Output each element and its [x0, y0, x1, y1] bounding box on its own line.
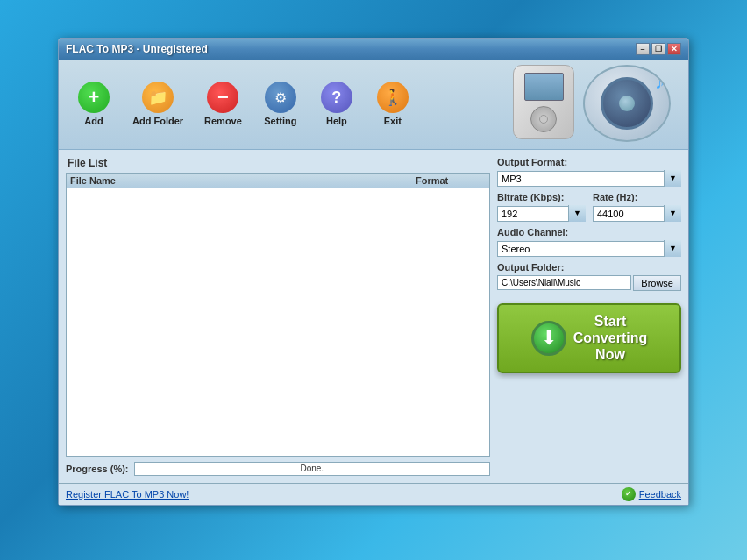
file-list-panel: File List File Name Format Progress (%):…: [66, 157, 490, 476]
remove-button[interactable]: − Remove: [196, 78, 251, 130]
audio-channel-group: Audio Channel: Stereo Mono ▼: [497, 227, 681, 257]
ipod-wheel: [530, 106, 557, 132]
ipod-graphic: [513, 65, 583, 144]
window-title: FLAC To MP3 - Unregistered: [66, 43, 208, 55]
convert-button-text: StartConvertingNow: [573, 313, 647, 364]
progress-label: Progress (%):: [66, 464, 129, 474]
output-format-group: Output Format: MP3 WAV OGG AAC WMA ▼: [497, 157, 681, 187]
register-link[interactable]: Register FLAC To MP3 Now!: [66, 489, 189, 500]
ipod-screen: [524, 73, 564, 101]
settings-panel: Output Format: MP3 WAV OGG AAC WMA ▼ Bit…: [497, 157, 681, 476]
output-format-label: Output Format:: [497, 157, 681, 167]
file-list-title: File List: [66, 157, 490, 169]
feedback-area[interactable]: ✓ Feedback: [622, 487, 681, 501]
toolbar-graphics: ♪: [513, 65, 679, 144]
remove-label: Remove: [204, 116, 242, 126]
progress-row: Progress (%): Done.: [66, 462, 490, 476]
remove-icon: −: [207, 82, 238, 113]
output-folder-group: Output Folder: Browse: [497, 262, 681, 291]
exit-label: Exit: [384, 116, 402, 126]
audio-channel-select[interactable]: Stereo Mono: [497, 241, 681, 257]
add-button[interactable]: + Add: [68, 78, 120, 130]
bitrate-rate-row: Bitrate (Kbps): 64 128 192 256 320 ▼ Rat…: [497, 192, 681, 222]
add-folder-icon: 📁: [142, 82, 174, 113]
add-folder-button[interactable]: 📁 Add Folder: [124, 78, 192, 130]
rate-select[interactable]: 22050 44100 48000: [593, 206, 681, 222]
speaker-center: [619, 96, 635, 111]
rate-group: Rate (Hz): 22050 44100 48000 ▼: [593, 192, 681, 222]
toolbar: + Add 📁 Add Folder − Remove ⚙ Setting ? …: [59, 60, 688, 150]
progress-bar: Done.: [134, 462, 490, 476]
main-window: FLAC To MP3 - Unregistered – ❐ ✕ + Add 📁…: [58, 38, 689, 506]
output-folder-label: Output Folder:: [497, 262, 681, 273]
add-icon: +: [78, 82, 110, 113]
bitrate-wrapper: 64 128 192 256 320 ▼: [497, 205, 586, 222]
bitrate-group: Bitrate (Kbps): 64 128 192 256 320 ▼: [497, 192, 586, 222]
col-filename: File Name: [70, 175, 416, 186]
feedback-icon: ✓: [622, 487, 636, 501]
feedback-text: Feedback: [639, 489, 681, 500]
restore-button[interactable]: ❐: [651, 43, 665, 55]
col-format: Format: [416, 175, 486, 186]
bitrate-label: Bitrate (Kbps):: [497, 192, 586, 202]
output-format-wrapper: MP3 WAV OGG AAC WMA ▼: [497, 170, 681, 187]
footer: Register FLAC To MP3 Now! ✓ Feedback: [59, 483, 688, 505]
bitrate-select[interactable]: 64 128 192 256 320: [497, 206, 586, 222]
rate-wrapper: 22050 44100 48000 ▼: [593, 205, 681, 222]
start-converting-button[interactable]: ⬇ StartConvertingNow: [497, 303, 681, 373]
exit-icon: 🚶: [377, 82, 409, 113]
music-notes-icon: ♪: [655, 71, 665, 94]
music-graphic: ♪: [583, 65, 679, 144]
ipod-body: [513, 65, 574, 139]
audio-channel-label: Audio Channel:: [497, 227, 681, 237]
add-label: Add: [84, 116, 103, 126]
exit-button[interactable]: 🚶 Exit: [366, 78, 419, 130]
output-folder-row: Browse: [497, 275, 681, 291]
output-format-select[interactable]: MP3 WAV OGG AAC WMA: [497, 171, 681, 187]
add-folder-label: Add Folder: [132, 116, 183, 126]
audio-channel-wrapper: Stereo Mono ▼: [497, 240, 681, 257]
close-button[interactable]: ✕: [667, 43, 681, 55]
title-bar: FLAC To MP3 - Unregistered – ❐ ✕: [59, 39, 688, 60]
rate-label: Rate (Hz):: [593, 192, 681, 202]
progress-text: Done.: [135, 464, 489, 473]
help-icon: ?: [321, 82, 352, 113]
browse-button[interactable]: Browse: [633, 275, 681, 291]
help-button[interactable]: ? Help: [310, 78, 363, 130]
ipod-center-button: [539, 115, 548, 124]
convert-icon: ⬇: [531, 321, 566, 356]
setting-button[interactable]: ⚙ Setting: [254, 78, 307, 130]
speaker-disc: ♪: [583, 65, 671, 142]
help-label: Help: [326, 116, 347, 126]
file-list-header: File Name Format: [67, 174, 489, 188]
file-list-container[interactable]: File Name Format: [66, 173, 490, 457]
speaker-inner: [601, 77, 653, 130]
window-controls: – ❐ ✕: [636, 43, 681, 55]
setting-label: Setting: [264, 116, 296, 126]
minimize-button[interactable]: –: [636, 43, 650, 55]
setting-icon: ⚙: [265, 82, 296, 113]
content-area: File List File Name Format Progress (%):…: [59, 150, 688, 483]
output-folder-input[interactable]: [497, 275, 631, 290]
